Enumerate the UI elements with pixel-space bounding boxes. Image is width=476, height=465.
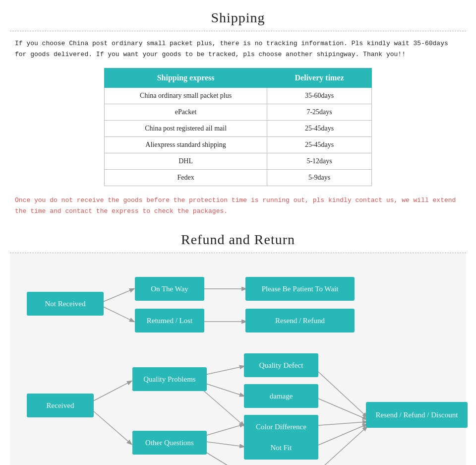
shipping-table-wrapper: Shipping express Delivery timez China or… xyxy=(10,68,466,186)
table-row: China ordinary small packet plus35-60day… xyxy=(105,88,372,104)
quality-problems-box: Quality Problems xyxy=(132,367,207,391)
other-questions-box: Other Questions xyxy=(132,431,207,455)
quality-defect-box: Quality Defect xyxy=(244,353,318,377)
please-wait-box: Please Be Patient To Wait xyxy=(245,277,355,301)
flow-area: Not Received On The Way Retumed / Lost P… xyxy=(10,253,466,465)
shipping-method-cell: DHL xyxy=(105,153,267,170)
shipping-method-cell: China post registered ail mail xyxy=(105,121,267,137)
shipping-table: Shipping express Delivery timez China or… xyxy=(104,68,372,186)
table-row: ePacket7-25days xyxy=(105,104,372,121)
shipping-warning: Once you do not receive the goods before… xyxy=(15,195,461,217)
delivery-time-cell: 5-9days xyxy=(267,170,372,186)
svg-line-15 xyxy=(312,424,367,448)
col-delivery-time: Delivery timez xyxy=(267,68,372,88)
table-row: DHL5-12days xyxy=(105,153,372,170)
delivery-time-cell: 25-45days xyxy=(267,137,372,153)
table-row: Fedex5-9days xyxy=(105,170,372,186)
svg-line-12 xyxy=(312,366,367,417)
shipping-method-cell: Aliexpress standard shipping xyxy=(105,137,267,153)
shipping-method-cell: Fedex xyxy=(105,170,267,186)
not-received-box: Not Received xyxy=(27,292,104,316)
svg-line-4 xyxy=(93,381,131,401)
col-shipping-express: Shipping express xyxy=(105,68,267,88)
flow-container: Not Received On The Way Retumed / Lost P… xyxy=(20,268,476,465)
shipping-method-cell: China ordinary small packet plus xyxy=(105,88,267,104)
refund-title: Refund and Return xyxy=(10,227,466,251)
not-fit-box: Not Fit xyxy=(244,436,318,460)
table-row: China post registered ail mail25-45days xyxy=(105,121,372,137)
color-difference-box: Color Difference xyxy=(244,415,318,439)
svg-line-16 xyxy=(312,427,367,465)
resend-refund-box: Resend / Refund xyxy=(245,309,355,332)
delivery-time-cell: 35-60days xyxy=(267,88,372,104)
received-box: Received xyxy=(27,394,94,417)
shipping-note: If you choose China post ordinary small … xyxy=(15,38,461,60)
svg-line-0 xyxy=(103,289,134,302)
svg-line-13 xyxy=(312,396,367,419)
damage-box: damage xyxy=(244,384,318,408)
svg-line-14 xyxy=(312,422,367,426)
delivery-time-cell: 25-45days xyxy=(267,121,372,137)
delivery-time-cell: 7-25days xyxy=(267,104,372,121)
page-wrapper: Shipping If you choose China post ordina… xyxy=(0,0,476,465)
on-the-way-box: On The Way xyxy=(135,277,204,301)
shipping-method-cell: ePacket xyxy=(105,104,267,121)
table-row: Aliexpress standard shipping25-45days xyxy=(105,137,372,153)
svg-line-8 xyxy=(198,386,244,426)
resend-refund-discount-box: Resend / Refund / Discount xyxy=(366,402,468,428)
shipping-title: Shipping xyxy=(10,5,466,29)
svg-line-1 xyxy=(103,307,134,322)
shipping-divider xyxy=(10,31,466,31)
svg-line-5 xyxy=(93,411,131,444)
delivery-time-cell: 5-12days xyxy=(267,153,372,170)
returned-lost-box: Retumed / Lost xyxy=(135,309,204,332)
